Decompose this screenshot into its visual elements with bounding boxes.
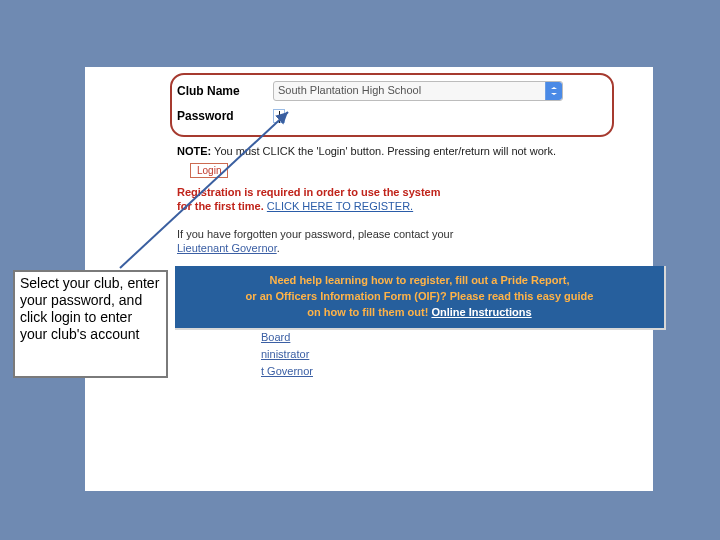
forgot-password-text: If you have forgotten your password, ple… bbox=[177, 227, 453, 255]
club-name-row: Club Name South Plantation High School bbox=[177, 79, 563, 107]
text-caret bbox=[279, 111, 280, 123]
role-link-admin[interactable]: ninistrator bbox=[261, 346, 313, 363]
role-link-governor[interactable]: t Governor bbox=[261, 363, 313, 380]
login-button[interactable]: Login bbox=[190, 163, 228, 178]
registration-line1: Registration is required in order to use… bbox=[177, 186, 440, 198]
club-name-label: Club Name bbox=[177, 79, 273, 107]
note-prefix: NOTE: bbox=[177, 145, 211, 157]
help-banner: Need help learning how to register, fill… bbox=[175, 266, 666, 330]
lieutenant-governor-link[interactable]: Lieutenant Governor bbox=[177, 242, 277, 254]
login-note: NOTE: You must CLICK the 'Login' button.… bbox=[177, 145, 556, 157]
password-row: Password bbox=[177, 107, 563, 129]
banner-line3-prefix: on how to fill them out! bbox=[307, 306, 428, 318]
banner-line2: or an Officers Information Form (OIF)? P… bbox=[246, 290, 594, 302]
role-link-board[interactable]: Board bbox=[261, 329, 313, 346]
password-input[interactable] bbox=[273, 109, 285, 123]
callout-text: Select your club, enter your password, a… bbox=[20, 275, 159, 342]
login-page: Club Name South Plantation High School P… bbox=[85, 67, 653, 491]
login-form: Club Name South Plantation High School P… bbox=[177, 79, 607, 129]
online-instructions-link[interactable]: Online Instructions bbox=[431, 306, 531, 318]
club-name-selected-value: South Plantation High School bbox=[278, 84, 421, 96]
role-links-list: Board ninistrator t Governor bbox=[261, 329, 313, 380]
chevron-down-icon bbox=[545, 82, 562, 100]
registration-line2-prefix: for the first time. bbox=[177, 200, 264, 212]
instruction-callout: Select your club, enter your password, a… bbox=[13, 270, 168, 378]
password-label: Password bbox=[177, 107, 273, 129]
banner-line1: Need help learning how to register, fill… bbox=[269, 274, 569, 286]
club-name-select[interactable]: South Plantation High School bbox=[273, 81, 563, 101]
registration-text: Registration is required in order to use… bbox=[177, 185, 440, 213]
note-text: You must CLICK the 'Login' button. Press… bbox=[214, 145, 556, 157]
forgot-line1: If you have forgotten your password, ple… bbox=[177, 228, 453, 240]
register-link[interactable]: CLICK HERE TO REGISTER. bbox=[267, 200, 413, 212]
